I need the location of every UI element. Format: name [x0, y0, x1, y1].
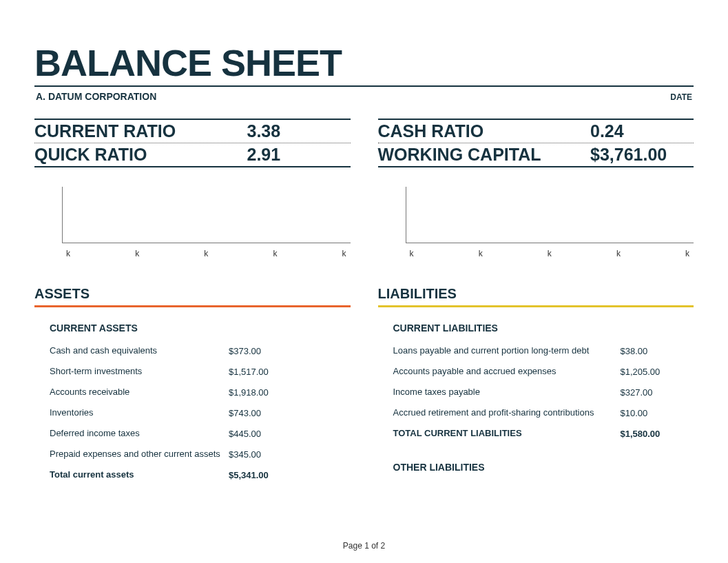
- table-row: Income taxes payable $327.00: [393, 382, 694, 402]
- row-value: $1,205.00: [621, 367, 689, 377]
- ratio-value: $3,761.00: [590, 145, 694, 165]
- tick-label: k: [204, 249, 208, 258]
- table-row: Prepaid expenses and other current asset…: [50, 444, 351, 464]
- ratio-column-right: CASH RATIO 0.24 WORKING CAPITAL $3,761.0…: [378, 119, 694, 167]
- subsection-title-current-liabilities: CURRENT LIABILITIES: [378, 323, 694, 334]
- chart-axis-y: [62, 187, 63, 243]
- ratio-row: WORKING CAPITAL $3,761.00: [378, 143, 694, 166]
- company-name: A. DATUM CORPORATION: [36, 91, 156, 102]
- table-row: Cash and cash equivalents $373.00: [50, 340, 351, 361]
- row-value: $10.00: [621, 408, 689, 418]
- row-value: $1,918.00: [229, 387, 298, 398]
- row-value: $743.00: [229, 408, 298, 418]
- row-label: Inventories: [50, 407, 229, 418]
- row-label: Deferred income taxes: [50, 428, 229, 439]
- row-value: $38.00: [621, 346, 689, 356]
- section-assets: ASSETS CURRENT ASSETS Cash and cash equi…: [34, 286, 351, 485]
- tick-label: k: [342, 249, 346, 258]
- ratio-label: CURRENT RATIO: [34, 121, 176, 141]
- ratio-value: 2.91: [247, 145, 351, 165]
- table-row-total: TOTAL CURRENT LIABILITIES $1,580.00: [393, 423, 694, 444]
- row-value: $345.00: [229, 449, 298, 460]
- ratio-label: CASH RATIO: [378, 121, 484, 141]
- row-value: $1,517.00: [229, 367, 298, 377]
- row-label: Accrued retirement and profit-sharing co…: [393, 407, 621, 418]
- section-header-liabilities: LIABILITIES: [378, 286, 694, 307]
- ratio-column-left: CURRENT RATIO 3.38 QUICK RATIO 2.91: [34, 119, 351, 167]
- ratio-row: CASH RATIO 0.24: [378, 120, 694, 143]
- row-value: $327.00: [621, 387, 689, 398]
- table-row-total: Total current assets $5,341.00: [50, 464, 351, 485]
- row-value: $445.00: [229, 429, 298, 439]
- subsection-title-current-assets: CURRENT ASSETS: [34, 323, 351, 334]
- chart-assets: k k k k k: [34, 187, 351, 263]
- tick-label: k: [548, 249, 552, 258]
- table-row: Accounts receivable $1,918.00: [50, 382, 351, 402]
- sections-row: ASSETS CURRENT ASSETS Cash and cash equi…: [34, 286, 694, 485]
- chart-axis-y: [406, 187, 406, 243]
- tick-label: k: [685, 249, 689, 258]
- table-row: Loans payable and current portion long-t…: [393, 340, 694, 361]
- row-label: Accounts payable and accrued expenses: [393, 366, 621, 377]
- tick-label: k: [66, 249, 70, 258]
- page-title: BALANCE SHEET: [34, 41, 694, 87]
- row-label: Total current assets: [50, 469, 229, 480]
- table-row: Short-term investments $1,517.00: [50, 361, 351, 382]
- chart-ticks: k k k k k: [62, 249, 351, 258]
- current-assets-rows: Cash and cash equivalents $373.00 Short-…: [34, 340, 351, 485]
- row-label: Accounts receivable: [50, 387, 229, 398]
- table-row: Accounts payable and accrued expenses $1…: [393, 361, 694, 382]
- subheader: A. DATUM CORPORATION DATE: [34, 87, 694, 119]
- chart-axis-x: [62, 243, 351, 243]
- ratio-value: 3.38: [247, 121, 351, 141]
- charts-row: k k k k k k k k k k: [34, 187, 694, 263]
- subsection-title-other-liabilities: OTHER LIABILITIES: [378, 462, 694, 473]
- row-label: Short-term investments: [50, 366, 229, 377]
- ratio-row: CURRENT RATIO 3.38: [34, 120, 351, 143]
- table-row: Accrued retirement and profit-sharing co…: [393, 402, 694, 423]
- row-value: $5,341.00: [229, 470, 298, 480]
- tick-label: k: [135, 249, 139, 258]
- ratio-label: WORKING CAPITAL: [378, 145, 541, 165]
- ratio-label: QUICK RATIO: [34, 145, 147, 165]
- ratio-value: 0.24: [590, 121, 694, 141]
- row-label: Cash and cash equivalents: [50, 345, 229, 356]
- tick-label: k: [273, 249, 277, 258]
- tick-label: k: [479, 249, 483, 258]
- chart-axis-x: [406, 243, 694, 243]
- tick-label: k: [616, 249, 621, 258]
- ratio-cards: CURRENT RATIO 3.38 QUICK RATIO 2.91 CASH…: [34, 119, 694, 167]
- chart-liabilities: k k k k k: [378, 187, 694, 263]
- table-row: Inventories $743.00: [50, 402, 351, 423]
- row-label: Loans payable and current portion long-t…: [393, 345, 621, 356]
- row-label: Income taxes payable: [393, 387, 621, 398]
- ratio-row: QUICK RATIO 2.91: [34, 143, 351, 166]
- date-label: DATE: [670, 92, 692, 102]
- row-value: $1,580.00: [621, 429, 689, 439]
- table-row: Deferred income taxes $445.00: [50, 423, 351, 444]
- row-label: Prepaid expenses and other current asset…: [50, 449, 229, 460]
- chart-ticks: k k k k k: [406, 249, 694, 258]
- section-header-assets: ASSETS: [34, 286, 351, 307]
- section-liabilities: LIABILITIES CURRENT LIABILITIES Loans pa…: [378, 286, 694, 485]
- row-value: $373.00: [229, 346, 298, 356]
- page-footer: Page 1 of 2: [0, 541, 728, 551]
- row-label: TOTAL CURRENT LIABILITIES: [393, 428, 621, 439]
- current-liabilities-rows: Loans payable and current portion long-t…: [378, 340, 694, 444]
- tick-label: k: [410, 249, 414, 258]
